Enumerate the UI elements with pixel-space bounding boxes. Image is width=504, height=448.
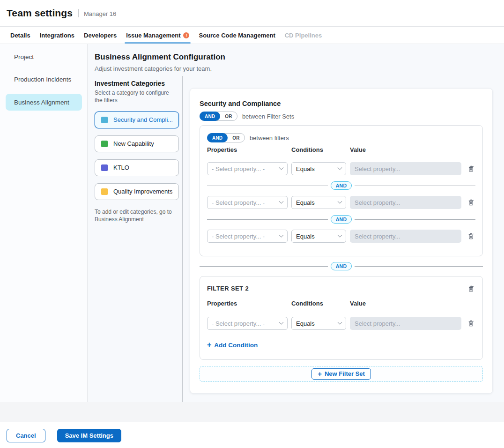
section-title: Business Alignment Configuration [95,52,504,62]
condition-select[interactable]: Equals [291,196,346,209]
properties-column-header: Properties [207,146,288,153]
new-filter-set-zone: + New Filter Set [200,366,483,382]
trash-icon [467,285,474,292]
tab-developers[interactable]: Developers [84,27,117,44]
property-select[interactable]: - Select property... - [207,162,288,175]
sidebar-item-business-alignment[interactable]: Business Alignment [6,94,82,111]
section-header: Business Alignment Configuration Adjust … [88,44,504,72]
and-connector-pill: AND [331,181,352,190]
team-name: Manager 16 [84,9,116,17]
tab-bar: Details Integrations Developers Issue Ma… [0,27,504,44]
header-divider [78,9,79,17]
investment-categories-panel: Investment Categories Select a category … [88,76,183,402]
team-settings-page: Team settings Manager 16 Details Integra… [0,0,504,448]
and-connector: AND [207,181,475,190]
page-header: Team settings Manager 16 [0,0,504,27]
sidebar-item-production-incidents[interactable]: Production Incidents [6,71,82,87]
trash-icon [467,232,474,240]
and-option[interactable]: AND [200,112,220,121]
tab-source-code-management[interactable]: Source Code Management [199,27,275,44]
category-color-swatch [101,164,108,171]
category-color-swatch [101,117,108,123]
property-select[interactable]: - Select property... - [207,196,288,209]
save-im-settings-button[interactable]: Save IM Settings [57,429,121,442]
property-select[interactable]: - Select property... - [207,317,288,330]
chevron-down-icon [279,232,284,237]
chevron-down-icon [338,199,342,203]
between-filters-label: between filters [250,134,289,142]
config-panel-title: Security and Compliance [200,100,483,107]
filter-column-headers: Properties Conditions Value [207,300,475,307]
value-input[interactable] [350,196,461,209]
category-color-swatch [101,141,108,147]
filter-row: - Select property... - Equals [207,162,475,175]
filter-set-2-card: FILTER SET 2 Properties Conditions Value [200,276,483,360]
and-option[interactable]: AND [207,133,228,142]
and-or-toggle-filter-sets[interactable]: AND OR [200,112,237,121]
delete-filter-row-button[interactable] [467,198,475,207]
category-button-new-capability[interactable]: New Capability [95,135,179,152]
value-column-header: Value [350,146,461,153]
footer-spacer [0,402,504,422]
chevron-down-icon [279,165,284,170]
condition-select[interactable]: Equals [291,317,346,330]
alert-badge-icon: ! [183,32,189,38]
or-option[interactable]: OR [228,135,245,141]
chevron-down-icon [279,320,284,324]
sidebar-item-project[interactable]: Project [6,49,82,65]
category-button-quality-improvements[interactable]: Quality Improvements [95,183,179,200]
chevron-down-icon [338,165,342,170]
config-area: Security and Compliance AND OR between F… [183,76,504,402]
properties-column-header: Properties [207,300,288,307]
condition-select[interactable]: Equals [291,230,346,243]
delete-filter-set-button[interactable] [467,284,475,293]
main-area: Business Alignment Configuration Adjust … [88,44,504,402]
categories-title: Investment Categories [95,80,177,87]
categories-subtitle: Select a category to configure the filte… [95,90,177,105]
chevron-down-icon [279,199,284,203]
new-filter-set-button[interactable]: + New Filter Set [311,368,371,380]
filter-row: - Select property... - Equals [207,196,475,209]
plus-icon: + [207,341,211,349]
and-or-toggle-filters[interactable]: AND OR [207,133,245,142]
chevron-down-icon [338,320,342,324]
delete-filter-row-button[interactable] [467,319,475,328]
property-select[interactable]: - Select property... - [207,230,288,243]
and-connector-pill: AND [331,215,352,224]
delete-filter-row-button[interactable] [467,164,475,173]
category-button-security-and-compliance[interactable]: Security and Compli... [95,112,179,128]
tab-cd-pipelines: CD Pipelines [285,27,322,44]
plus-icon: + [318,370,322,377]
conditions-column-header: Conditions [291,146,346,153]
delete-filter-row-button[interactable] [467,231,475,241]
between-filter-sets-label: between Filter Sets [242,113,294,120]
filter-row: - Select property... - Equals [207,317,475,330]
value-input[interactable] [350,162,461,175]
section-subtitle: Adjust investment categories for your te… [95,65,504,72]
active-tab-underline [125,42,191,44]
and-connector-pill: AND [331,262,352,270]
categories-footnote: To add or edit categories, go to Busines… [95,208,177,223]
action-footer: Cancel Save IM Settings [0,422,504,448]
conditions-column-header: Conditions [291,300,346,307]
add-condition-button[interactable]: + Add Condition [207,341,258,349]
cancel-button[interactable]: Cancel [7,429,45,442]
trash-icon [467,320,474,327]
category-button-ktlo[interactable]: KTLO [95,159,179,176]
settings-sidebar: Project Production Incidents Business Al… [0,44,88,402]
and-connector-between-sets: AND [200,262,483,270]
condition-select[interactable]: Equals [291,162,346,175]
value-input[interactable] [350,230,461,243]
tab-integrations[interactable]: Integrations [40,27,74,44]
or-option[interactable]: OR [220,114,237,119]
tab-details[interactable]: Details [10,27,30,44]
body: Project Production Incidents Business Al… [0,44,504,402]
value-column-header: Value [350,300,461,307]
filter-row: - Select property... - Equals [207,230,475,243]
page-title: Team settings [7,7,73,19]
value-input[interactable] [350,317,461,330]
tab-issue-management[interactable]: Issue Management ! [126,27,189,44]
filter-column-headers: Properties Conditions Value [207,146,475,153]
filter-set-1-card: AND OR between filters Properties Condit… [200,125,483,256]
config-panel: Security and Compliance AND OR between F… [190,88,493,394]
